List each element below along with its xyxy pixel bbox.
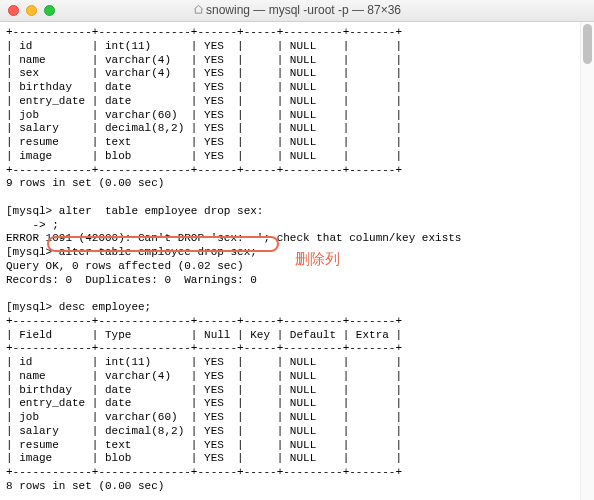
terminal-line: ERROR 1091 (42000): Can't DROP 'sex: '; … (6, 232, 588, 246)
terminal-line: | job | varchar(60) | YES | | NULL | | (6, 109, 588, 123)
close-window-button[interactable] (8, 5, 19, 16)
terminal-line (6, 494, 588, 501)
scrollbar[interactable] (580, 22, 594, 500)
terminal-line: | entry_date | date | YES | | NULL | | (6, 397, 588, 411)
terminal-line: [mysql> alter table employee drop sex; (6, 246, 588, 260)
terminal-line: | entry_date | date | YES | | NULL | | (6, 95, 588, 109)
terminal-line: | id | int(11) | YES | | NULL | | (6, 356, 588, 370)
terminal-line: | Field | Type | Null | Key | Default | … (6, 329, 588, 343)
terminal-line: 9 rows in set (0.00 sec) (6, 177, 588, 191)
terminal-line: | salary | decimal(8,2) | YES | | NULL |… (6, 425, 588, 439)
zoom-window-button[interactable] (44, 5, 55, 16)
terminal-line: | name | varchar(4) | YES | | NULL | | (6, 370, 588, 384)
terminal-line: | resume | text | YES | | NULL | | (6, 136, 588, 150)
terminal-line: +------------+--------------+------+----… (6, 315, 588, 329)
terminal-line: | image | blob | YES | | NULL | | (6, 150, 588, 164)
terminal-line: [mysql> desc employee; (6, 301, 588, 315)
terminal-line: Query OK, 0 rows affected (0.02 sec) (6, 260, 588, 274)
terminal-line: | image | blob | YES | | NULL | | (6, 452, 588, 466)
terminal-line: +------------+--------------+------+----… (6, 26, 588, 40)
terminal-line: +------------+--------------+------+----… (6, 342, 588, 356)
window-title: snowing — mysql -uroot -p — 87×36 (0, 3, 594, 18)
terminal-line: +------------+--------------+------+----… (6, 164, 588, 178)
window-title-text: snowing — mysql -uroot -p — 87×36 (206, 3, 401, 17)
terminal-line: Records: 0 Duplicates: 0 Warnings: 0 (6, 274, 588, 288)
terminal-line: | id | int(11) | YES | | NULL | | (6, 40, 588, 54)
terminal-line (6, 191, 588, 205)
terminal-line: | name | varchar(4) | YES | | NULL | | (6, 54, 588, 68)
terminal-output[interactable]: +------------+--------------+------+----… (0, 22, 594, 500)
terminal-line: | birthday | date | YES | | NULL | | (6, 81, 588, 95)
terminal-line: +------------+--------------+------+----… (6, 466, 588, 480)
terminal-line: 8 rows in set (0.00 sec) (6, 480, 588, 494)
terminal-line: -> ; (6, 219, 588, 233)
scrollbar-thumb[interactable] (583, 24, 592, 64)
window-titlebar: snowing — mysql -uroot -p — 87×36 (0, 0, 594, 22)
terminal-line: | salary | decimal(8,2) | YES | | NULL |… (6, 122, 588, 136)
terminal-line: | sex | varchar(4) | YES | | NULL | | (6, 67, 588, 81)
terminal-line (6, 287, 588, 301)
window-controls (8, 5, 55, 16)
terminal-line: | birthday | date | YES | | NULL | | (6, 384, 588, 398)
minimize-window-button[interactable] (26, 5, 37, 16)
terminal-line: [mysql> alter table employee drop sex: (6, 205, 588, 219)
terminal-line: | job | varchar(60) | YES | | NULL | | (6, 411, 588, 425)
home-icon (193, 4, 204, 18)
terminal-line: | resume | text | YES | | NULL | | (6, 439, 588, 453)
